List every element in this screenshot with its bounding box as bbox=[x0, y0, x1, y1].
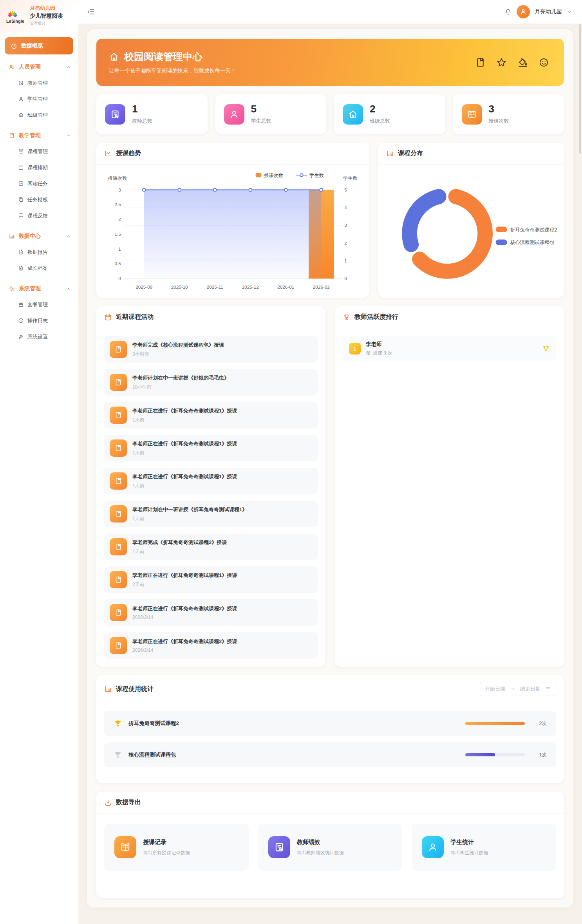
svg-text:2026-02: 2026-02 bbox=[313, 284, 330, 289]
usage-count: 2次 bbox=[530, 720, 547, 727]
sidebar-item[interactable]: 课程反馈 bbox=[0, 208, 78, 224]
sidebar-section[interactable]: 人员管理 bbox=[0, 59, 78, 75]
usage-row: 折耳兔奇奇测试课程22次 bbox=[104, 711, 556, 736]
notification-bell-icon[interactable] bbox=[504, 8, 512, 16]
chevron-down-icon[interactable] bbox=[567, 9, 572, 14]
scrollbar[interactable] bbox=[579, 24, 581, 154]
stats-row: 1教师总数5学生总数2班级总数3授课次数 bbox=[96, 94, 564, 134]
export-card[interactable]: 教师绩效导出教师绩效统计数据 bbox=[258, 824, 403, 871]
svg-text:1.5: 1.5 bbox=[115, 231, 121, 237]
line-chart-icon bbox=[104, 150, 112, 157]
sidebar-item-active[interactable]: 数据概览 bbox=[5, 37, 73, 54]
collapse-sidebar-icon[interactable] bbox=[87, 8, 95, 16]
sidebar-item[interactable]: 课程管理 bbox=[0, 143, 78, 159]
activity-text: 李老师正在进行《折耳兔奇奇测试课程2》授课 bbox=[132, 638, 237, 645]
brand-logo-mark: LeSingle bbox=[4, 8, 27, 24]
stat-value: 1 bbox=[132, 104, 152, 114]
brand-subtitle: 管理后台 bbox=[30, 21, 63, 26]
usage-count: 1次 bbox=[530, 752, 547, 758]
sidebar-item[interactable]: 套餐管理 bbox=[0, 297, 78, 313]
chevron-up-icon bbox=[66, 65, 71, 69]
sidebar-item[interactable]: 班级管理 bbox=[0, 107, 78, 123]
activity-time: 1天前 bbox=[132, 548, 227, 555]
bookmark-icon bbox=[475, 57, 486, 68]
sidebar-item[interactable]: 阅读任务 bbox=[0, 175, 78, 192]
activity-item: 李老师正在进行《折耳兔奇奇测试课程1》授课2天前 bbox=[104, 566, 318, 593]
bookmark-icon bbox=[114, 477, 122, 485]
teacher-icon bbox=[105, 104, 125, 125]
brand-org: 月亮幼儿园 bbox=[30, 5, 63, 12]
stat-value: 2 bbox=[370, 104, 390, 114]
book-icon bbox=[120, 842, 131, 853]
avatar[interactable] bbox=[517, 5, 530, 18]
export-card[interactable]: 授课记录导出所有授课记录数据 bbox=[104, 824, 249, 871]
bell-icon bbox=[504, 8, 512, 16]
trend-chart-card: 授课趋势 00.511.522.53012345授课次数学生数2025-0920… bbox=[96, 143, 369, 298]
user-name[interactable]: 月亮幼儿园 bbox=[535, 8, 562, 15]
export-card[interactable]: 学生统计导出学生统计数据 bbox=[412, 824, 556, 871]
sidebar-section[interactable]: 系统管理 bbox=[0, 281, 78, 297]
bookmark-icon bbox=[110, 407, 127, 424]
sidebar-item[interactable]: 成长档案 bbox=[0, 260, 78, 276]
svg-text:学生数: 学生数 bbox=[343, 175, 358, 181]
activity-time: 3小时前 bbox=[132, 351, 224, 358]
stat-card: 3授课次数 bbox=[453, 94, 564, 134]
brand-product: 少儿智慧阅读 bbox=[30, 13, 63, 20]
distribution-chart: 折耳兔奇奇测试课程2核心流程测试课程包 bbox=[378, 165, 564, 298]
export-card-desc: 导出学生统计数据 bbox=[450, 850, 488, 856]
stat-label: 教师总数 bbox=[132, 118, 152, 125]
person-icon bbox=[224, 104, 244, 125]
svg-text:3: 3 bbox=[344, 222, 347, 228]
calendar-icon bbox=[104, 313, 112, 321]
chevron-down-icon bbox=[567, 9, 572, 14]
svg-text:1: 1 bbox=[344, 258, 347, 263]
calendar-icon bbox=[545, 686, 551, 692]
star-icon bbox=[496, 57, 507, 68]
sidebar-item[interactable]: 课程排期 bbox=[0, 159, 78, 175]
data-export-card: 数据导出 授课记录导出所有授课记录数据教师绩效导出教师绩效统计数据学生统计导出学… bbox=[96, 792, 564, 898]
svg-text:2025-12: 2025-12 bbox=[242, 284, 259, 289]
download-icon bbox=[104, 799, 112, 806]
usage-list: 折耳兔奇奇测试课程22次核心流程测试课程包1次 bbox=[96, 703, 564, 783]
bookmark-icon bbox=[9, 132, 15, 139]
usage-title: 课程使用统计 bbox=[116, 685, 154, 693]
bookmark-icon bbox=[114, 378, 122, 386]
sidebar-item[interactable]: 系统设置 bbox=[0, 329, 78, 345]
sidebar-item[interactable]: 教师管理 bbox=[0, 75, 78, 91]
bookmark-icon bbox=[114, 642, 122, 649]
date-range-picker[interactable]: 开始日期 结束日期 bbox=[480, 682, 556, 696]
chart-icon bbox=[9, 233, 15, 239]
sidebar-item[interactable]: 数据报告 bbox=[0, 244, 78, 260]
course-name: 核心流程测试课程包 bbox=[128, 751, 176, 758]
activity-text: 李老师正在进行《折耳兔奇奇测试课程2》授课 bbox=[132, 605, 237, 612]
sidebar-item[interactable]: 学生管理 bbox=[0, 91, 78, 107]
activity-title: 近期课程活动 bbox=[116, 313, 154, 321]
svg-text:核心流程测试课程包: 核心流程测试课程包 bbox=[510, 240, 555, 245]
sidebar-item[interactable]: 任务模板 bbox=[0, 192, 78, 208]
home-icon bbox=[348, 109, 358, 119]
banner-icons bbox=[475, 57, 549, 68]
svg-text:2026-01: 2026-01 bbox=[277, 284, 294, 289]
bookmark-icon bbox=[110, 341, 127, 358]
person-icon bbox=[229, 109, 239, 119]
bookmark-icon bbox=[114, 345, 122, 353]
banner-title: 校园阅读管理中心 bbox=[124, 50, 202, 63]
smile-icon bbox=[539, 57, 549, 68]
calendar-icon bbox=[104, 313, 112, 321]
archive-icon bbox=[18, 265, 24, 271]
main-area: 月亮幼儿园 校园阅读管理中心 让每一个孩子都能享受阅读的快乐，智慧成长每一天！ bbox=[78, 0, 582, 924]
sidebar-item[interactable]: 操作日志 bbox=[0, 313, 78, 329]
bookmark-icon bbox=[114, 576, 122, 584]
date-end-input[interactable]: 结束日期 bbox=[520, 685, 540, 693]
svg-text:2025-09: 2025-09 bbox=[136, 284, 152, 289]
trend-icon bbox=[104, 150, 112, 157]
wrench-icon bbox=[18, 334, 24, 340]
sidebar-section[interactable]: 数据中心 bbox=[0, 228, 78, 244]
sidebar-section[interactable]: 教学管理 bbox=[0, 128, 78, 143]
activity-time: 2天前 bbox=[132, 581, 237, 588]
activity-text: 李老师计划在中一班讲授《折耳兔奇奇测试课程1》 bbox=[132, 506, 247, 513]
activity-item: 李老师正在进行《折耳兔奇奇测试课程2》授课2026/2/14 bbox=[104, 632, 318, 659]
date-start-input[interactable]: 开始日期 bbox=[485, 685, 505, 693]
person-icon bbox=[520, 8, 527, 15]
teacher-name: 李老师 bbox=[366, 341, 392, 348]
